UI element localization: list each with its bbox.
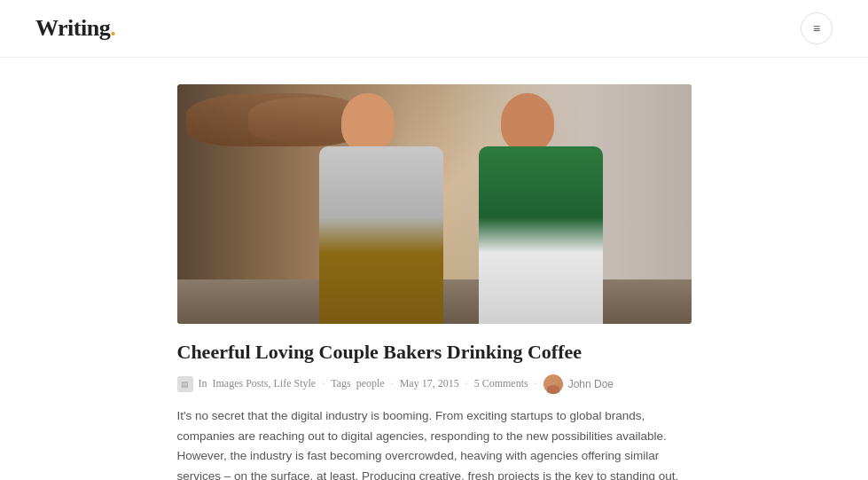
- post-categories[interactable]: Images Posts, Life Style: [213, 377, 317, 390]
- post-tags[interactable]: people: [356, 377, 385, 390]
- in-label: In: [199, 377, 207, 390]
- post-comments-count[interactable]: 5 Comments: [474, 377, 528, 390]
- author-name: John Doe: [568, 378, 614, 390]
- site-logo: Writing.: [35, 15, 115, 42]
- main-content: Cheerful Loving Couple Bakers Drinking C…: [160, 58, 709, 480]
- meta-separator-1: ·: [322, 377, 325, 390]
- logo-text: Writing: [35, 15, 110, 41]
- author-avatar: [543, 374, 563, 394]
- meta-separator-2: ·: [391, 377, 394, 390]
- post-meta: ▤ In Images Posts, Life Style · Tags peo…: [177, 374, 692, 394]
- post-title: Cheerful Loving Couple Bakers Drinking C…: [177, 340, 692, 366]
- meta-separator-3: ·: [465, 377, 468, 390]
- post-date: May 17, 2015: [400, 377, 459, 390]
- post-excerpt: It's no secret that the digital industry…: [177, 406, 692, 480]
- hamburger-icon: ≡: [813, 21, 820, 35]
- menu-button[interactable]: ≡: [801, 12, 833, 44]
- category-icon: ▤: [177, 376, 193, 392]
- logo-dot: .: [110, 15, 115, 41]
- meta-separator-4: ·: [535, 377, 537, 390]
- site-header: Writing. ≡: [0, 0, 868, 58]
- tags-label: Tags: [331, 377, 351, 390]
- post-hero-image: [177, 84, 692, 324]
- blog-post: Cheerful Loving Couple Bakers Drinking C…: [177, 84, 692, 480]
